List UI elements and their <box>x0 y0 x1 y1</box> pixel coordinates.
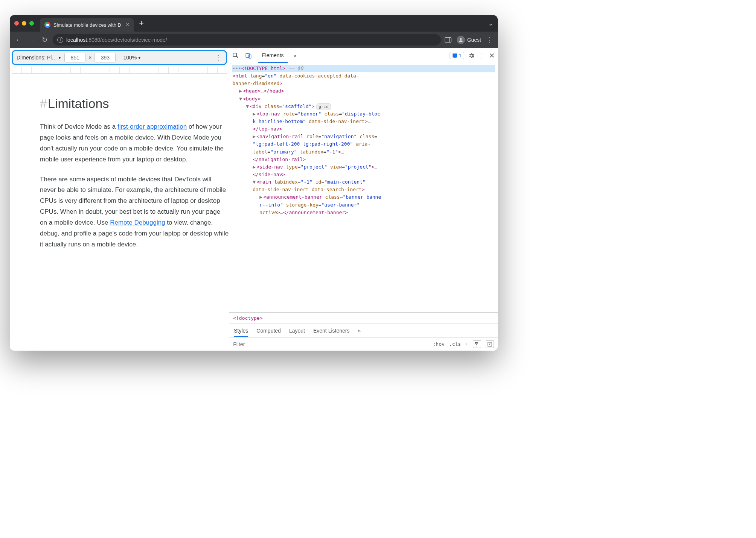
styles-tabs: Styles Computed Layout Event Listeners » <box>229 324 498 337</box>
minimize-window-icon[interactable] <box>22 21 26 26</box>
devtools-panel: Elements » 1 ⋮ ✕ •••<!DOCTYPE html> == $… <box>229 48 498 351</box>
inspect-icon[interactable] <box>232 52 243 59</box>
height-input[interactable] <box>94 53 116 62</box>
devtools-tabs-right: 1 ⋮ ✕ <box>450 52 495 60</box>
dimensions-label: Dimensions: Pi… <box>17 55 57 61</box>
maximize-window-icon[interactable] <box>29 21 34 26</box>
device-toolbar-more-icon[interactable]: ⋮ <box>215 53 222 62</box>
dom-node[interactable]: ▼<body> <box>232 95 495 103</box>
zoom-dropdown[interactable]: 100% ▼ <box>123 55 141 61</box>
tab-styles[interactable]: Styles <box>234 328 248 337</box>
devtools-tabs: Elements » 1 ⋮ ✕ <box>229 48 498 63</box>
ruler <box>12 67 227 74</box>
tab-title: Simulate mobile devices with D <box>53 22 121 28</box>
dom-node[interactable]: •••<!DOCTYPE html> == $0 <box>232 65 495 72</box>
page-heading: #Limitations <box>40 96 229 111</box>
dom-node[interactable]: ▼<div class="scaffold">grid <box>232 103 495 110</box>
hash-icon: # <box>40 96 47 111</box>
devtools-close-icon[interactable]: ✕ <box>489 52 495 60</box>
tabs-dropdown-icon[interactable]: ⌄ <box>488 20 493 27</box>
dom-node[interactable]: ▶<announcement-banner class="banner bann… <box>232 193 495 216</box>
dom-tree[interactable]: •••<!DOCTYPE html> == $0 <html lang="en"… <box>229 63 498 312</box>
device-viewport-panel: Dimensions: Pi… ▼ × 100% ▼ ⋮ #Limitation… <box>10 48 229 351</box>
url-path: /docs/devtools/device-mode/ <box>100 37 167 43</box>
address-bar[interactable]: i localhost:8080/docs/devtools/device-mo… <box>53 34 441 46</box>
titlebar: Simulate mobile devices with D × + ⌄ <box>10 15 498 32</box>
width-input[interactable] <box>64 53 85 62</box>
side-panel-icon[interactable] <box>445 37 451 43</box>
styles-toolbar-right: :hov .cls + <box>433 340 494 348</box>
tab-computed[interactable]: Computed <box>256 328 281 334</box>
browser-menu-icon[interactable]: ⋮ <box>486 36 493 44</box>
device-toolbar: Dimensions: Pi… ▼ × 100% ▼ ⋮ <box>12 50 227 65</box>
dimension-separator: × <box>88 55 91 61</box>
tab-close-icon[interactable]: × <box>126 21 129 28</box>
dimensions-dropdown[interactable]: Dimensions: Pi… ▼ <box>17 55 61 61</box>
back-button[interactable]: ← <box>14 36 23 44</box>
styles-filter-input[interactable] <box>233 341 299 347</box>
remote-debugging-link[interactable]: Remote Debugging <box>110 219 165 226</box>
zoom-label: 100% <box>123 55 137 61</box>
tab-event-listeners[interactable]: Event Listeners <box>313 328 350 334</box>
chrome-icon <box>44 22 50 28</box>
url-host: localhost <box>66 37 87 43</box>
dom-node[interactable]: ▶<navigation-rail role="navigation" clas… <box>232 133 495 163</box>
tab-layout[interactable]: Layout <box>289 328 305 334</box>
svg-point-0 <box>460 38 462 40</box>
dom-node[interactable]: ▼<main tabindex="-1" id="main-content"da… <box>232 178 495 193</box>
paragraph: Think of Device Mode as a first-order ap… <box>40 122 229 165</box>
dom-breadcrumb[interactable]: <!doctype> <box>229 312 498 324</box>
close-window-icon[interactable] <box>14 21 19 26</box>
new-tab-button[interactable]: + <box>139 18 144 28</box>
profile-label: Guest <box>467 37 481 43</box>
chevron-down-icon: ▼ <box>137 56 141 60</box>
tab-elements[interactable]: Elements <box>258 48 287 63</box>
styles-toolbar: :hov .cls + <box>229 337 498 351</box>
settings-icon[interactable] <box>468 52 475 59</box>
devtools-menu-icon[interactable]: ⋮ <box>479 52 485 60</box>
reload-button[interactable]: ↻ <box>40 36 49 44</box>
browser-tab[interactable]: Simulate mobile devices with D × <box>40 18 134 32</box>
toolbar-right: Guest ⋮ <box>445 36 493 44</box>
dom-node[interactable]: <html lang="en" data-cookies-accepted da… <box>232 72 495 87</box>
chevron-down-icon: ▼ <box>58 56 61 60</box>
svg-rect-4 <box>488 342 492 346</box>
avatar-icon <box>457 36 465 44</box>
first-order-link[interactable]: first-order approximation <box>117 123 187 130</box>
device-mode-icon[interactable] <box>245 52 256 59</box>
cls-button[interactable]: .cls <box>449 341 461 347</box>
dom-node[interactable]: ▶<side-nav type="project" view="project"… <box>232 163 495 178</box>
profile-button[interactable]: Guest <box>457 36 481 44</box>
forward-button[interactable]: → <box>27 36 36 44</box>
computed-panel-icon[interactable] <box>486 340 494 348</box>
styles-tabs-overflow[interactable]: » <box>358 328 361 334</box>
page-content: #Limitations Think of Device Mode as a f… <box>10 74 229 351</box>
traffic-lights <box>14 21 34 26</box>
site-info-icon[interactable]: i <box>57 37 63 43</box>
url-port: :8080 <box>87 37 100 43</box>
main-split: Dimensions: Pi… ▼ × 100% ▼ ⋮ #Limitation… <box>10 48 498 351</box>
dom-node[interactable]: ▶<head>…</head> <box>232 87 495 95</box>
paragraph: There are some aspects of mobile devices… <box>40 174 229 250</box>
issues-count: 1 <box>459 53 462 58</box>
browser-toolbar: ← → ↻ i localhost:8080/docs/devtools/dev… <box>10 32 498 48</box>
hov-button[interactable]: :hov <box>433 341 445 347</box>
grid-badge[interactable]: grid <box>316 103 331 110</box>
browser-window: Simulate mobile devices with D × + ⌄ ← →… <box>10 15 498 351</box>
dom-node[interactable]: ▶<top-nav role="banner" class="display-b… <box>232 110 495 133</box>
issues-button[interactable]: 1 <box>450 52 464 59</box>
paint-icon[interactable] <box>473 340 481 348</box>
tabs-overflow[interactable]: » <box>290 48 300 63</box>
new-style-rule-button[interactable]: + <box>465 341 468 347</box>
